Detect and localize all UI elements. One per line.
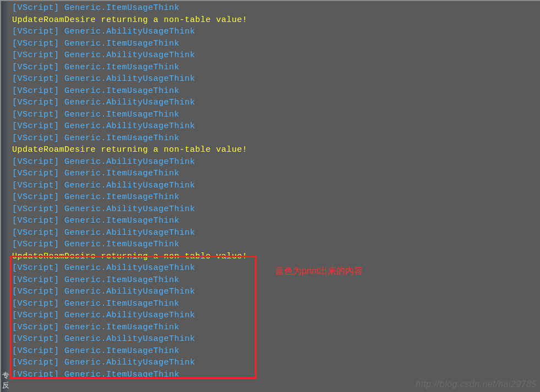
console-line: [VScript] Generic.ItemUsageThink	[12, 38, 540, 50]
console-line: [VScript] Generic.AbilityUsageThink	[12, 286, 540, 298]
console-line: [VScript] Generic.AbilityUsageThink	[12, 49, 540, 62]
log-message: Generic.ItemUsageThink	[59, 169, 180, 178]
log-prefix: [VScript]	[12, 299, 59, 308]
console-line: [VScript] Generic.AbilityUsageThink	[12, 227, 540, 239]
log-prefix: [VScript]	[12, 370, 59, 379]
window-left-edge	[1, 1, 9, 392]
log-message: Generic.AbilityUsageThink	[59, 334, 195, 344]
console-line: [VScript] Generic.ItemUsageThink	[12, 345, 540, 357]
log-prefix: [VScript]	[12, 74, 59, 84]
console-line: [VScript] Generic.ItemUsageThink	[12, 62, 540, 74]
log-message: Generic.AbilityUsageThink	[59, 181, 195, 190]
warning-text: UpdateRoamDesire returning a non-table v…	[12, 145, 248, 154]
log-message: Generic.AbilityUsageThink	[59, 263, 195, 273]
log-prefix: [VScript]	[12, 122, 59, 131]
log-prefix: [VScript]	[12, 3, 59, 13]
log-message: Generic.AbilityUsageThink	[59, 98, 195, 107]
log-prefix: [VScript]	[12, 157, 59, 167]
log-message: Generic.ItemUsageThink	[59, 275, 180, 285]
log-prefix: [VScript]	[12, 181, 59, 190]
log-message: Generic.ItemUsageThink	[59, 110, 180, 119]
log-message: Generic.AbilityUsageThink	[59, 157, 195, 167]
log-prefix: [VScript]	[12, 216, 59, 225]
log-message: Generic.AbilityUsageThink	[59, 358, 195, 367]
console-output[interactable]: [VScript] Generic.ItemUsageThinkUpdateRo…	[1, 1, 540, 380]
console-line: [VScript] Generic.AbilityUsageThink	[12, 180, 540, 192]
log-message: Generic.ItemUsageThink	[59, 346, 180, 356]
warning-text: UpdateRoamDesire returning a non-table v…	[12, 15, 248, 25]
log-message: Generic.AbilityUsageThink	[59, 287, 195, 296]
console-line: [VScript] Generic.AbilityUsageThink	[12, 26, 540, 38]
console-line: [VScript] Generic.AbilityUsageThink	[12, 357, 540, 369]
log-message: Generic.ItemUsageThink	[59, 3, 180, 13]
log-prefix: [VScript]	[12, 205, 59, 214]
log-prefix: [VScript]	[12, 275, 59, 285]
log-message: Generic.ItemUsageThink	[59, 63, 180, 72]
log-prefix: [VScript]	[12, 263, 59, 273]
console-line: [VScript] Generic.AbilityUsageThink	[12, 310, 540, 322]
edge-char-2: 反	[2, 379, 9, 391]
log-message: Generic.AbilityUsageThink	[59, 228, 195, 238]
console-line: [VScript] Generic.ItemUsageThink	[12, 109, 540, 121]
log-prefix: [VScript]	[12, 27, 59, 36]
warning-text: UpdateRoamDesire returning a non-table v…	[12, 252, 248, 261]
log-prefix: [VScript]	[12, 358, 59, 367]
log-prefix: [VScript]	[12, 334, 59, 344]
console-line: [VScript] Generic.ItemUsageThink	[12, 298, 540, 310]
log-message: Generic.ItemUsageThink	[59, 216, 180, 225]
log-prefix: [VScript]	[12, 110, 59, 119]
log-prefix: [VScript]	[12, 346, 59, 356]
console-line: [VScript] Generic.ItemUsageThink	[12, 132, 540, 145]
log-prefix: [VScript]	[12, 98, 59, 107]
log-prefix: [VScript]	[12, 51, 59, 60]
console-line: UpdateRoamDesire returning a non-table v…	[12, 14, 540, 26]
log-prefix: [VScript]	[12, 323, 59, 332]
log-prefix: [VScript]	[12, 86, 59, 96]
log-prefix: [VScript]	[12, 228, 59, 238]
log-prefix: [VScript]	[12, 134, 59, 143]
console-line: [VScript] Generic.AbilityUsageThink	[12, 203, 540, 216]
log-message: Generic.ItemUsageThink	[59, 134, 180, 143]
log-message: Generic.AbilityUsageThink	[59, 51, 195, 60]
console-line: [VScript] Generic.AbilityUsageThink	[12, 97, 540, 109]
log-message: Generic.AbilityUsageThink	[59, 205, 195, 214]
console-line: [VScript] Generic.ItemUsageThink	[12, 2, 540, 14]
console-line: UpdateRoamDesire returning a non-table v…	[12, 251, 540, 263]
console-line: [VScript] Generic.AbilityUsageThink	[12, 156, 540, 168]
log-message: Generic.AbilityUsageThink	[59, 311, 195, 320]
log-prefix: [VScript]	[12, 192, 59, 202]
log-message: Generic.ItemUsageThink	[59, 240, 180, 249]
log-message: Generic.AbilityUsageThink	[59, 27, 195, 36]
log-message: Generic.ItemUsageThink	[59, 370, 180, 379]
log-message: Generic.AbilityUsageThink	[59, 74, 195, 84]
annotation-text: 蓝色为print出来的内容	[275, 265, 363, 277]
console-line: [VScript] Generic.AbilityUsageThink	[12, 120, 540, 132]
console-line: [VScript] Generic.ItemUsageThink	[12, 215, 540, 227]
log-prefix: [VScript]	[12, 169, 59, 178]
console-line: [VScript] Generic.AbilityUsageThink	[12, 333, 540, 345]
console-line: [VScript] Generic.ItemUsageThink	[12, 322, 540, 334]
log-prefix: [VScript]	[12, 311, 59, 320]
log-message: Generic.ItemUsageThink	[59, 86, 180, 96]
console-line: UpdateRoamDesire returning a non-table v…	[12, 144, 540, 156]
console-line: [VScript] Generic.ItemUsageThink	[12, 85, 540, 97]
console-line: [VScript] Generic.ItemUsageThink	[12, 239, 540, 251]
log-message: Generic.ItemUsageThink	[59, 323, 180, 332]
console-line: [VScript] Generic.ItemUsageThink	[12, 191, 540, 203]
log-prefix: [VScript]	[12, 240, 59, 249]
log-prefix: [VScript]	[12, 63, 59, 72]
log-message: Generic.ItemUsageThink	[59, 299, 180, 308]
console-line: [VScript] Generic.ItemUsageThink	[12, 168, 540, 180]
log-message: Generic.ItemUsageThink	[59, 39, 180, 48]
console-line: [VScript] Generic.AbilityUsageThink	[12, 73, 540, 85]
watermark-text: http://blog.csdn.net/hai29785	[416, 378, 537, 390]
log-message: Generic.AbilityUsageThink	[59, 122, 195, 131]
log-prefix: [VScript]	[12, 39, 59, 48]
log-prefix: [VScript]	[12, 287, 59, 296]
log-message: Generic.ItemUsageThink	[59, 192, 180, 202]
